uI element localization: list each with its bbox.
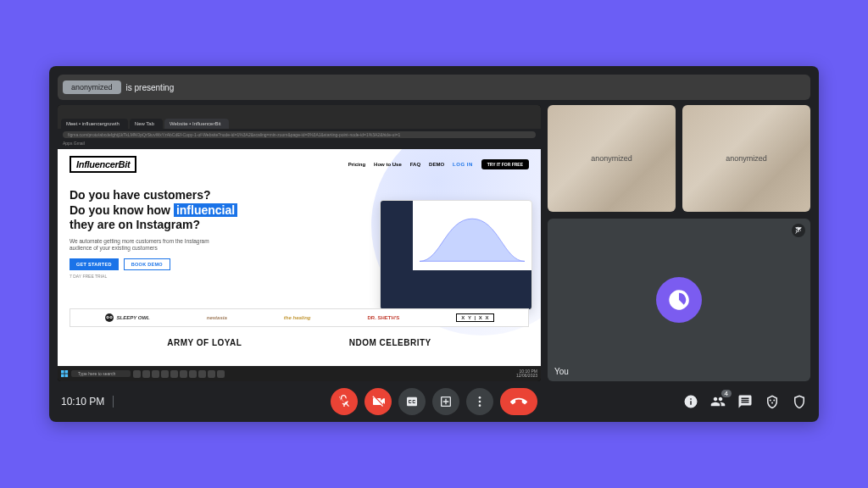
brand-drsheths: DR. SHETH'S [368, 315, 400, 320]
chat-button[interactable] [737, 394, 753, 409]
participant-name: anonymized [726, 154, 767, 163]
nav-how: How to Use [374, 162, 402, 167]
people-button[interactable]: 4 [710, 394, 726, 409]
present-button[interactable] [432, 388, 459, 415]
host-controls-button[interactable] [792, 394, 807, 409]
site-header: InfluencerBit Pricing How to Use FAQ DEM… [58, 149, 541, 180]
hero-highlight: influencial [174, 203, 237, 217]
mic-muted-icon [792, 224, 805, 237]
participant-tile[interactable]: anonymized [682, 105, 810, 212]
browser-urlbar: figma.com/proto/abcdefghij1kTkLMNOpQrStu… [58, 129, 541, 141]
site-logo: InfluencerBit [70, 156, 136, 173]
start-icon [61, 370, 69, 378]
bookmark-bar: Apps Gmail [58, 141, 541, 149]
brand-sleepyowl: SLEEPY OWL [104, 313, 150, 323]
mic-toggle-button[interactable] [331, 388, 358, 415]
call-controls [331, 388, 537, 415]
hero-line-1: Do you have customers? [70, 188, 529, 203]
tagline-left: ARMY OF LOYAL [167, 338, 242, 347]
svg-point-14 [771, 402, 773, 404]
meeting-clock: 10:10 PM [61, 396, 104, 408]
get-started-button: GET STARTED [70, 258, 119, 270]
site-nav: Pricing How to Use FAQ DEMO LOG IN TRY I… [348, 159, 529, 169]
nav-login: LOG IN [453, 162, 473, 167]
hero-subtext: We automate getting more customers from … [70, 238, 222, 252]
brand-nestasia: nestasia [207, 315, 227, 320]
brand-xyxx: X Y | X X [456, 313, 494, 322]
svg-point-9 [479, 396, 481, 399]
browser-tab: Meet • influencergrowth [61, 119, 128, 129]
owl-icon [104, 313, 114, 323]
brand-label: SLEEPY OWL [117, 315, 150, 320]
svg-point-12 [770, 400, 771, 402]
trial-note: 7 DAY FREE TRIAL [70, 274, 529, 279]
taskbar-clock: 10:10 PM 12/06/2023 [516, 369, 537, 378]
main-area: Meet • influencergrowth New Tab Website … [49, 100, 819, 381]
svg-point-10 [479, 401, 481, 403]
svg-point-13 [773, 400, 775, 402]
participant-name: anonymized [591, 154, 632, 163]
hero-section: Do you have customers? Do you know how i… [58, 180, 541, 279]
windows-taskbar: Type here to search 10:10 PM 12/06/2023 [58, 366, 541, 381]
url-field: figma.com/proto/abcdefghij1kTkLMNOpQrStu… [63, 131, 536, 138]
book-demo-button: BOOK DEMO [124, 258, 170, 270]
tile-row-top: anonymized anonymized [548, 105, 810, 212]
taskbar-date: 12/06/2023 [516, 374, 537, 378]
meeting-details-button[interactable] [683, 394, 698, 409]
shared-webpage: InfluencerBit Pricing How to Use FAQ DEM… [58, 149, 541, 366]
svg-point-4 [110, 317, 111, 318]
hero-line-2a: Do you know how [70, 203, 174, 217]
participant-tiles: anonymized anonymized You [548, 105, 810, 381]
hangup-button[interactable] [500, 388, 537, 415]
people-count-badge: 4 [721, 390, 732, 397]
svg-point-11 [479, 404, 481, 407]
nav-pricing: Pricing [348, 162, 365, 167]
browser-tab: New Tab [130, 119, 163, 129]
presenting-suffix: is presenting [126, 83, 175, 92]
captions-button[interactable] [398, 388, 426, 415]
tagline-right: NDOM CELEBRITY [349, 338, 431, 347]
avatar [656, 277, 702, 323]
hero-line-2: Do you know how influencial [70, 203, 529, 219]
browser-tab-active: Website • InfluencerBit [164, 119, 229, 129]
brand-logos-row: SLEEPY OWL nestasia the healing DR. SHET… [70, 308, 529, 327]
tile-row-self: You [548, 219, 810, 381]
svg-point-3 [107, 317, 108, 318]
nav-try-button: TRY IT FOR FREE [481, 159, 529, 169]
hero-line-3: they are on Instagram? [70, 218, 529, 233]
nav-demo: DEMO [429, 162, 444, 167]
cta-row: GET STARTED BOOK DEMO [70, 258, 529, 270]
shared-screen-tile[interactable]: Meet • influencergrowth New Tab Website … [58, 105, 541, 381]
svg-rect-5 [61, 370, 64, 374]
page-tagline: ARMY OF LOYAL NDOM CELEBRITY [58, 338, 541, 347]
svg-rect-7 [61, 374, 64, 377]
taskbar-search: Type here to search [71, 370, 131, 377]
svg-point-0 [105, 313, 114, 322]
presenter-name-chip: anonymized [63, 80, 121, 94]
browser-tabstrip: Meet • influencergrowth New Tab Website … [58, 105, 541, 129]
more-options-button[interactable] [466, 388, 493, 415]
brand-healing: the healing [284, 315, 311, 320]
svg-rect-6 [65, 370, 69, 374]
taskbar-pins [133, 370, 225, 378]
nav-faq: FAQ [410, 162, 420, 167]
self-tile[interactable]: You [548, 219, 810, 381]
bottom-bar: 10:10 PM [49, 381, 819, 422]
activities-button[interactable] [765, 394, 780, 409]
participant-tile[interactable]: anonymized [548, 105, 676, 212]
divider [113, 396, 114, 408]
presenting-banner: anonymized is presenting [58, 75, 810, 100]
right-tray: 4 [683, 394, 807, 409]
self-name-label: You [554, 367, 569, 376]
meet-window: anonymized is presenting Meet • influenc… [49, 66, 819, 422]
camera-toggle-button[interactable] [364, 388, 392, 415]
svg-rect-8 [65, 374, 69, 377]
taskbar-tray: 10:10 PM 12/06/2023 [511, 369, 537, 378]
